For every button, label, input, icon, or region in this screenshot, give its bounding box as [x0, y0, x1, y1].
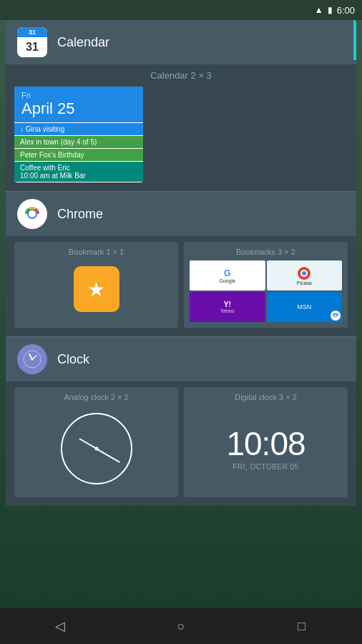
chrome-app-label: Chrome: [57, 207, 103, 222]
clock-center: [94, 447, 98, 451]
bookmark-thumb-yahoo[interactable]: Y! Yahoo: [190, 292, 265, 322]
nav-bar: ◁ ○ □: [0, 608, 362, 644]
bookmark-thumb-google[interactable]: G Google: [190, 260, 265, 291]
calendar-app-label: Calendar: [57, 35, 109, 50]
chrome-icon: [17, 199, 47, 229]
svg-point-5: [302, 271, 306, 275]
star-icon: ★: [87, 278, 105, 301]
calendar-app-header[interactable]: 31 31 Calendar: [6, 20, 356, 64]
home-button[interactable]: ○: [167, 612, 195, 640]
digital-clock-label: Digital clock 3 × 2: [190, 393, 342, 401]
clock-icon-svg: [21, 348, 44, 371]
chrome-app-header[interactable]: Chrome: [6, 191, 356, 236]
wifi-icon: ▲: [315, 5, 323, 15]
clock-app-icon: [17, 344, 47, 374]
digital-time: 10:08: [226, 427, 305, 460]
bookmark-thumb-picasa[interactable]: Picasa: [267, 260, 343, 291]
svg-point-8: [335, 315, 337, 317]
bookmarks-grid: G Google Picasa: [190, 260, 342, 322]
clock-widgets-row: Analog clock 2 × 2 Digital clock 3 × 2 1…: [14, 387, 348, 497]
calendar-widget-day: Fri: [21, 91, 136, 99]
svg-point-2: [29, 210, 36, 218]
svg-point-13: [31, 358, 34, 361]
status-bar: ▲ ▮ 6:00: [0, 0, 362, 20]
bookmark-1x1-box[interactable]: Bookmark 1 × 1 ★: [14, 242, 178, 328]
calendar-event-2[interactable]: Alex in town (day 4 of 5): [14, 136, 143, 148]
picasa-thumb-icon: [297, 266, 311, 280]
digital-date: FRI, OCTOBER 05: [233, 463, 298, 471]
analog-clock-box[interactable]: Analog clock 2 × 2: [14, 387, 178, 497]
digital-clock-display: 10:08 FRI, OCTOBER 05: [190, 406, 342, 492]
calendar-widget-section: Calendar 2 × 3 Fri April 25 ↓ Gina visit…: [6, 64, 356, 191]
chrome-widgets-row: Bookmark 1 × 1 ★ Bookmarks 3 × 2 G Googl…: [14, 242, 348, 328]
calendar-widget-header: Fri April 25: [14, 87, 143, 122]
teal-accent-line: [353, 20, 356, 60]
clock-app-label: Clock: [57, 352, 89, 367]
calendar-icon: 31 31: [17, 27, 47, 57]
calendar-widget[interactable]: Fri April 25 ↓ Gina visiting Alex in tow…: [14, 87, 143, 182]
widget-panel: 31 31 Calendar Calendar 2 × 3 Fri April …: [6, 20, 356, 506]
calendar-widget-label: Calendar 2 × 3: [14, 70, 348, 81]
calendar-event-3[interactable]: Peter Fox's Birthday: [14, 149, 143, 161]
bookmarks-3x2-label: Bookmarks 3 × 2: [190, 248, 342, 256]
bookmarks-3x2-box[interactable]: Bookmarks 3 × 2 G Google: [184, 242, 348, 328]
digital-clock-box[interactable]: Digital clock 3 × 2 10:08 FRI, OCTOBER 0…: [184, 387, 348, 497]
bookmark-thumb-msn[interactable]: MSN: [267, 292, 343, 322]
chrome-widget-section: Bookmark 1 × 1 ★ Bookmarks 3 × 2 G Googl…: [6, 236, 356, 336]
back-button[interactable]: ◁: [46, 612, 74, 640]
clock-widget-section: Analog clock 2 × 2 Digital clock 3 × 2 1…: [6, 381, 356, 506]
bookmark-1x1-label: Bookmark 1 × 1: [20, 248, 172, 256]
minute-hand: [96, 448, 120, 462]
calendar-event-4[interactable]: Coffee with Eric10:00 am at Milk Bar: [14, 162, 143, 182]
bookmark-star-widget[interactable]: ★: [74, 266, 119, 312]
recents-button[interactable]: □: [288, 612, 316, 640]
analog-clock-widget[interactable]: [61, 413, 132, 484]
status-time: 6:00: [337, 5, 355, 16]
calendar-event-1[interactable]: ↓ Gina visiting: [14, 123, 143, 135]
analog-clock-label: Analog clock 2 × 2: [20, 393, 172, 401]
clock-app-header[interactable]: Clock: [6, 336, 356, 381]
calendar-widget-date: April 25: [21, 99, 136, 118]
chrome-badge: [331, 311, 341, 321]
battery-icon: ▮: [328, 5, 333, 15]
